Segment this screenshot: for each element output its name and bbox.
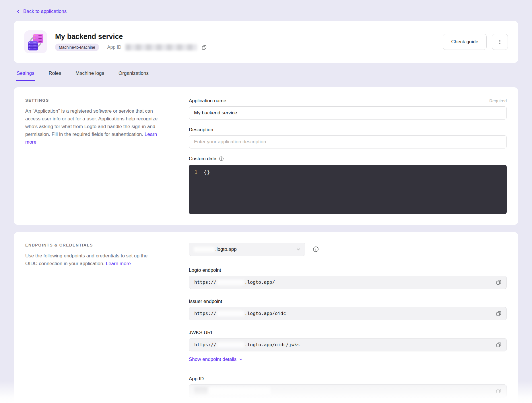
copy-icon xyxy=(496,342,501,347)
tab-bar: Settings Roles Machine logs Organization… xyxy=(16,71,518,81)
tab-settings[interactable]: Settings xyxy=(16,71,35,81)
copy-issuer-endpoint-button[interactable] xyxy=(496,310,502,317)
back-link-label: Back to applications xyxy=(23,9,67,14)
jwks-uri-label: JWKS URI xyxy=(189,330,507,336)
page-title: My backend service xyxy=(55,32,435,41)
copy-icon xyxy=(496,388,501,394)
copy-jwks-uri-button[interactable] xyxy=(496,342,502,348)
app-type-badge: Machine-to-Machine xyxy=(55,44,99,51)
app-id-group: App ID xyxy=(189,376,507,398)
chevron-left-icon xyxy=(16,9,20,14)
back-to-applications-link[interactable]: Back to applications xyxy=(16,9,67,14)
endpoint-redacted-subdomain xyxy=(217,342,244,348)
required-indicator: Required xyxy=(489,98,507,103)
app-id-redacted-value xyxy=(125,44,197,50)
show-endpoint-details-label: Show endpoint details xyxy=(189,357,236,362)
machine-to-machine-app-icon xyxy=(24,30,47,53)
custom-data-label: Custom data xyxy=(189,156,216,162)
copy-icon xyxy=(496,311,501,316)
tab-organizations[interactable]: Organizations xyxy=(118,71,149,81)
show-endpoint-details-link[interactable]: Show endpoint details xyxy=(189,357,507,362)
endpoints-form: .logto.app Logto endpoint https:// xyxy=(189,243,507,403)
description-input[interactable] xyxy=(189,135,507,148)
page-container: Back to applications xyxy=(0,0,532,403)
app-meta-row: Machine-to-Machine App ID xyxy=(55,44,435,51)
domain-redacted-prefix xyxy=(194,247,215,252)
header-actions: Check guide xyxy=(443,34,508,50)
logto-endpoint-field: https:// .logto.app/ xyxy=(189,276,507,289)
app-id-label: App ID xyxy=(107,45,121,50)
check-guide-button[interactable]: Check guide xyxy=(443,34,487,50)
endpoint-suffix: .logto.app/ xyxy=(244,279,275,285)
issuer-endpoint-field: https:// .logto.app/oidc xyxy=(189,307,507,320)
custom-data-info-icon[interactable] xyxy=(219,156,224,161)
jwks-uri-field: https:// .logto.app/oidc/jwks xyxy=(189,338,507,351)
custom-data-code-editor[interactable]: 1 {} xyxy=(189,165,507,214)
editor-code-content: {} xyxy=(204,169,210,210)
application-name-label: Application name xyxy=(189,98,226,104)
back-row: Back to applications xyxy=(14,0,518,21)
settings-section-heading: SETTINGS xyxy=(25,98,160,103)
settings-section-intro: SETTINGS An "Application" is a registere… xyxy=(25,98,160,214)
app-id-field-label: App ID xyxy=(189,376,507,382)
tab-machine-logs[interactable]: Machine logs xyxy=(75,71,105,81)
meta-divider xyxy=(103,44,103,50)
copy-logto-endpoint-button[interactable] xyxy=(496,279,502,285)
kebab-menu-icon xyxy=(497,39,502,44)
endpoint-prefix: https:// xyxy=(194,342,216,347)
domain-suffix: .logto.app xyxy=(215,247,237,252)
domain-select[interactable]: .logto.app xyxy=(189,243,305,256)
endpoint-redacted-subdomain xyxy=(217,279,244,285)
chevron-down-icon xyxy=(296,247,301,252)
domain-info-icon[interactable] xyxy=(313,246,319,252)
copy-icon xyxy=(496,280,501,285)
tab-roles[interactable]: Roles xyxy=(48,71,61,81)
endpoint-redacted-subdomain xyxy=(217,311,244,316)
application-name-input[interactable] xyxy=(189,106,507,120)
more-actions-button[interactable] xyxy=(492,34,508,50)
copy-app-id-button[interactable] xyxy=(201,44,207,50)
description-label: Description xyxy=(189,127,213,133)
app-header-card: My backend service Machine-to-Machine Ap… xyxy=(14,21,518,63)
jwks-uri-group: JWKS URI https:// .logto.app/oidc/jwks xyxy=(189,330,507,351)
settings-description-text: An "Application" is a registered softwar… xyxy=(25,108,158,137)
chevron-down-icon xyxy=(239,357,243,361)
endpoints-section-card: ENDPOINTS & CREDENTIALS Use the followin… xyxy=(14,232,518,403)
copy-icon xyxy=(202,45,207,50)
endpoints-learn-more-link[interactable]: Learn more xyxy=(106,261,131,266)
app-id-redacted-value xyxy=(194,387,207,395)
editor-line-number: 1 xyxy=(189,169,204,210)
endpoint-prefix: https:// xyxy=(194,279,216,285)
app-id-field xyxy=(189,384,507,398)
copy-app-id-field-button[interactable] xyxy=(496,388,502,394)
endpoint-prefix: https:// xyxy=(194,311,216,316)
issuer-endpoint-label: Issuer endpoint xyxy=(189,299,507,304)
logto-endpoint-label: Logto endpoint xyxy=(189,267,507,273)
settings-section-description: An "Application" is a registered softwar… xyxy=(25,107,160,146)
endpoints-section-description: Use the following endpoints and credenti… xyxy=(25,252,160,267)
settings-section-card: SETTINGS An "Application" is a registere… xyxy=(14,87,518,225)
settings-form: Application name Required Description Cu… xyxy=(189,98,507,214)
app-id-redacted-value xyxy=(209,387,271,395)
endpoint-suffix: .logto.app/oidc xyxy=(244,311,286,316)
app-header-main: My backend service Machine-to-Machine Ap… xyxy=(55,32,435,51)
logto-endpoint-group: Logto endpoint https:// .logto.app/ xyxy=(189,267,507,289)
endpoints-section-intro: ENDPOINTS & CREDENTIALS Use the followin… xyxy=(25,243,160,403)
endpoint-suffix: .logto.app/oidc/jwks xyxy=(244,342,300,347)
endpoints-section-heading: ENDPOINTS & CREDENTIALS xyxy=(25,243,160,247)
issuer-endpoint-group: Issuer endpoint https:// .logto.app/oidc xyxy=(189,299,507,320)
